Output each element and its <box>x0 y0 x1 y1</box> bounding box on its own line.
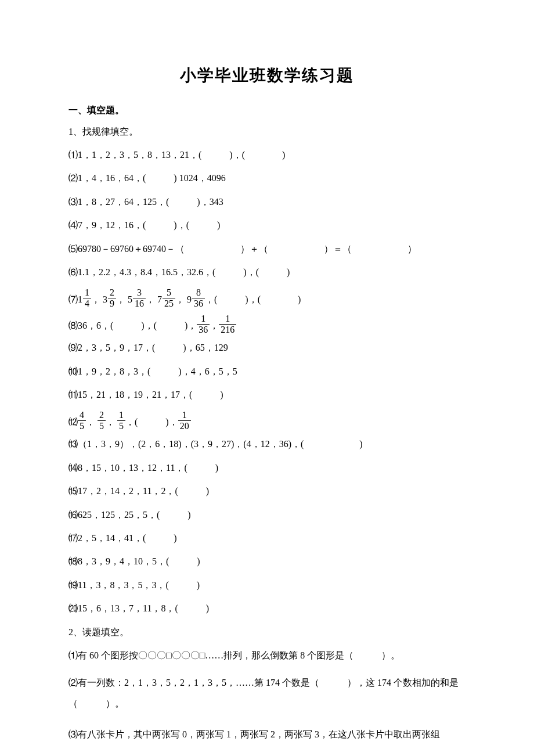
page-title: 小学毕业班数学练习题 <box>68 64 466 87</box>
q1-item-20: ⒇15，6，13，7，11，8，( ) <box>68 602 466 615</box>
q2-item-2: ⑵有一列数：2，1，3，5，2，1，3，5，……第 174 个数是（ ），这 1… <box>68 672 466 713</box>
mixed-fraction: 1 14 <box>78 289 91 309</box>
whole-part: 3 <box>103 293 107 306</box>
q1-item-12: ⑿ 45 ， 25 ， 15 ，( )， 120 <box>68 412 466 432</box>
sep: ， <box>175 293 187 306</box>
fraction: 136 <box>197 314 210 334</box>
q1-item-19: ⒆11，3，8，3，5，3，( ) <box>68 579 466 592</box>
q1-item-1: ⑴1，1，2，3，5，8，13，21，( )，( ) <box>68 149 466 161</box>
q2-item-1: ⑴有 60 个图形按〇〇〇□〇〇〇□……排列，那么倒数第 8 个图形是（ ）。 <box>68 649 466 662</box>
q1-item-10: ⑽1，9，2，8，3，( )，4，6，5，5 <box>68 365 466 378</box>
q1-stem: 1、找规律填空。 <box>68 125 466 138</box>
q1-item-13: ⒀（1，3，9），(2，6，18)，(3，9，27)，(4，12，36)，( ) <box>68 438 466 451</box>
q1-8-prefix: ⑻36，6，( )，( )， <box>68 319 197 332</box>
whole-part: 7 <box>157 293 162 306</box>
fraction: 1216 <box>219 314 236 334</box>
q1-item-9: ⑼2，3，5，9，17，( )，65，129 <box>68 341 466 354</box>
sep: ， <box>146 293 157 306</box>
whole-part: 1 <box>78 293 82 306</box>
q1-item-6: ⑹1.1，2.2，4.3，8.4，16.5，32.6，( )，( ) <box>68 266 466 279</box>
fraction: 25 <box>98 411 106 431</box>
q1-item-8: ⑻36，6，( )，( )， 136 ， 1216 <box>68 315 466 336</box>
q1-item-5: ⑸69780－69760＋69740－（ ）＋（ ）＝（ ） <box>68 243 466 255</box>
q1-item-15: ⒂17，2，14，2，11，2，( ) <box>68 485 466 498</box>
q2-stem: 2、读题填空。 <box>68 626 466 639</box>
mixed-fraction: 5 316 <box>128 289 146 309</box>
fraction: 29 <box>108 288 116 308</box>
q1-item-4: ⑷7，9，12，16，( )，( ) <box>68 219 466 232</box>
whole-part: 9 <box>187 293 192 306</box>
section-a-header: 一、填空题。 <box>68 104 466 117</box>
sep: ， <box>210 319 219 332</box>
sep: ， <box>116 293 128 306</box>
fraction: 525 <box>163 288 175 308</box>
fraction: 15 <box>117 411 125 431</box>
q1-7-prefix: ⑺ <box>68 293 78 306</box>
q1-item-2: ⑵1，4，16，64，( ) 1024，4096 <box>68 172 466 185</box>
q1-12-mid: ，( )， <box>125 416 178 429</box>
q1-12-prefix: ⑿ <box>68 416 78 429</box>
q1-item-16: ⒃625，125，25，5，( ) <box>68 509 466 521</box>
sep: ， <box>86 416 98 429</box>
fraction: 120 <box>178 411 191 431</box>
mixed-fraction: 3 29 <box>103 289 116 309</box>
sep: ， <box>106 416 117 429</box>
fraction: 316 <box>133 288 146 308</box>
q2-item-3: ⑶有八张卡片，其中两张写 0，两张写 1，两张写 2，两张写 3，在这八张卡片中… <box>68 724 466 744</box>
fraction: 836 <box>192 288 205 308</box>
mixed-fraction: 9 836 <box>187 289 205 309</box>
q1-7-tail: ，( )，( ) <box>205 293 301 306</box>
fraction: 45 <box>78 411 86 431</box>
q1-item-14: ⒁8，15，10，13，12，11，( ) <box>68 462 466 474</box>
fraction: 14 <box>83 288 91 308</box>
mixed-fraction: 7 525 <box>157 289 175 309</box>
q1-item-18: ⒅8，3，9，4，10，5，( ) <box>68 555 466 568</box>
q1-item-11: ⑾15，21，18，19，21，17，( ) <box>68 388 466 401</box>
whole-part: 5 <box>128 293 132 306</box>
q1-item-7: ⑺ 1 14 ， 3 29 ， 5 316 ， 7 525 ， 9 836 ，(… <box>68 289 466 309</box>
sep: ， <box>91 293 103 306</box>
q1-item-17: ⒄2，5，14，41，( ) <box>68 532 466 545</box>
q1-item-3: ⑶1，8，27，64，125，( )，343 <box>68 196 466 208</box>
